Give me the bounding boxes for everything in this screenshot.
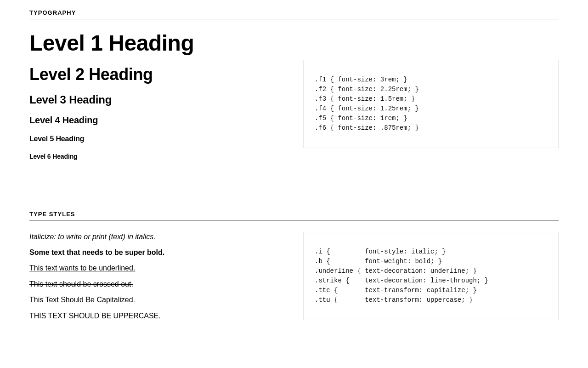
section-title-typography: Typography (29, 9, 559, 19)
example-bold: Some text that needs to be super bold. (29, 247, 285, 258)
example-strike: This text should be crossed out. (29, 279, 285, 289)
heading-level-4: Level 4 Heading (29, 115, 285, 126)
styles-examples-column: Italicize: to write or print (text) in i… (29, 232, 285, 327)
type-styles-code-block: .i { font-style: italic; } .b { font-wei… (303, 232, 559, 320)
headings-column: Level 1 Heading Level 2 Heading Level 3 … (29, 30, 285, 169)
heading-level-5: Level 5 Heading (29, 135, 285, 143)
example-capitalize: This Text Should Be Capitalized. (29, 295, 285, 305)
heading-level-3: Level 3 Heading (29, 93, 285, 106)
heading-level-1: Level 1 Heading (29, 30, 285, 56)
heading-level-6: Level 6 Heading (29, 153, 285, 160)
example-italic: Italicize: to write or print (text) in i… (29, 232, 285, 242)
example-underline: This text wants to be underlined. (29, 263, 285, 273)
typography-section: Typography Level 1 Heading Level 2 Headi… (29, 9, 559, 169)
section-title-type-styles: Type Styles (29, 211, 559, 221)
example-uppercase: this text should be uppercase. (29, 311, 285, 321)
heading-level-2: Level 2 Heading (29, 65, 285, 84)
typography-code-block: .f1 { font-size: 3rem; } .f2 { font-size… (303, 60, 559, 148)
type-styles-section: Type Styles Italicize: to write or print… (29, 211, 559, 327)
